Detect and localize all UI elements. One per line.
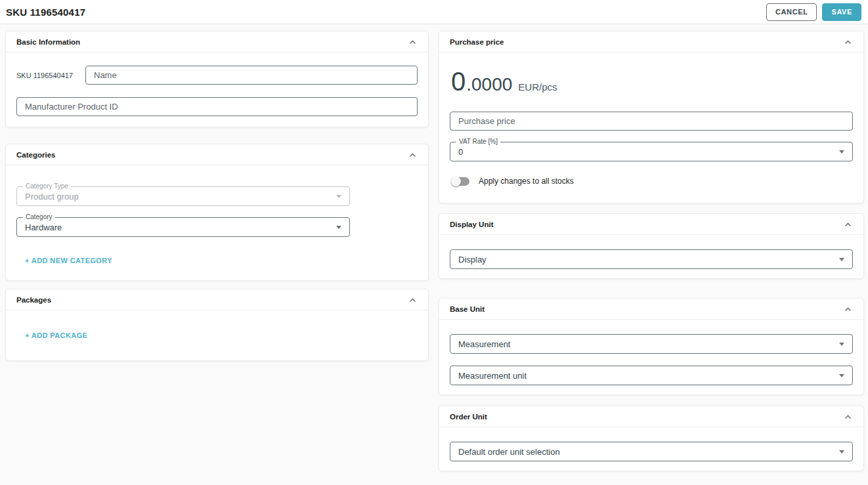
basic-information-header: Basic Information (6, 32, 428, 53)
chevron-up-icon (409, 37, 416, 47)
purchase-price-body: 0 .0000 EUR/pcs VAT Rate [%] 0 Apply ch (439, 53, 863, 203)
top-bar: SKU 1196540417 CANCEL SAVE (0, 0, 868, 24)
add-package-link-wrap: + ADD PACKAGE (25, 329, 418, 341)
chevron-up-icon (844, 304, 852, 314)
name-input[interactable] (85, 66, 418, 85)
display-unit-card: Display Unit Display (439, 213, 864, 279)
add-new-category-link[interactable]: + ADD NEW CATEGORY (25, 257, 112, 264)
default-order-unit-value: Default order unit selection (458, 447, 560, 457)
chevron-up-icon (844, 411, 852, 421)
price-integer: 0 (451, 68, 466, 95)
collapse-order-unit-button[interactable] (842, 409, 854, 424)
packages-title: Packages (16, 296, 51, 304)
chevron-up-icon (409, 150, 416, 159)
measurement-select-value: Measurement (458, 339, 510, 349)
base-unit-card: Base Unit Measurement Measurement unit (439, 298, 864, 395)
measurement-select[interactable]: Measurement (450, 334, 853, 354)
display-select-value: Display (458, 255, 487, 264)
categories-body: Category Type Product group Category Har… (6, 165, 428, 280)
collapse-categories-button[interactable] (406, 147, 419, 162)
basic-information-title: Basic Information (16, 38, 80, 46)
sku-label: SKU 1196540417 (16, 72, 77, 79)
collapse-base-unit-button[interactable] (842, 301, 854, 316)
chevron-down-icon (839, 374, 844, 377)
order-unit-header: Order Unit (439, 406, 863, 427)
purchase-price-input[interactable] (450, 112, 853, 131)
display-unit-body: Display (439, 235, 863, 278)
default-order-unit-select[interactable]: Default order unit selection (450, 442, 853, 461)
categories-title: Categories (16, 151, 55, 159)
basic-information-body: SKU 1196540417 (6, 53, 428, 127)
categories-card: Categories Category Type Product group C… (5, 144, 429, 281)
name-row: SKU 1196540417 (16, 66, 418, 85)
page-title: SKU 1196540417 (6, 7, 85, 18)
chevron-down-icon (839, 450, 844, 453)
collapse-basic-information-button[interactable] (406, 34, 419, 49)
category-type-value: Product group (25, 192, 79, 201)
chevron-down-icon (839, 258, 844, 261)
chevron-down-icon (336, 226, 341, 229)
price-decimals: .0000 (466, 75, 512, 94)
display-select[interactable]: Display (450, 249, 853, 269)
category-select[interactable]: Category Hardware (16, 217, 350, 237)
chevron-down-icon (839, 150, 844, 154)
add-category-link-wrap: + ADD NEW CATEGORY (25, 254, 418, 266)
collapse-purchase-price-button[interactable] (842, 34, 854, 49)
category-type-select: Category Type Product group (16, 186, 350, 206)
chevron-down-icon (839, 343, 844, 346)
chevron-up-icon (844, 37, 852, 47)
save-button[interactable]: SAVE (822, 3, 861, 21)
apply-changes-toggle[interactable] (452, 177, 469, 186)
right-column: Purchase price 0 .0000 EUR/pcs VAT Ra (439, 31, 864, 471)
chevron-up-icon (409, 295, 416, 305)
vat-rate-label: VAT Rate [%] (456, 138, 500, 146)
order-unit-body: Default order unit selection (439, 427, 863, 471)
price-display: 0 .0000 EUR/pcs (451, 68, 853, 95)
packages-body: + ADD PACKAGE (6, 310, 428, 360)
chevron-up-icon (844, 219, 852, 229)
packages-card: Packages + ADD PACKAGE (5, 289, 429, 361)
apply-changes-label: Apply changes to all stocks (479, 177, 574, 186)
basic-information-card: Basic Information SKU 1196540417 (5, 31, 429, 127)
toggle-thumb (451, 177, 461, 186)
collapse-packages-button[interactable] (406, 292, 419, 307)
manufacturer-product-id-input[interactable] (16, 97, 418, 116)
vat-rate-value: 0 (458, 147, 463, 157)
purchase-price-title: Purchase price (450, 38, 504, 46)
display-unit-title: Display Unit (450, 221, 493, 228)
base-unit-title: Base Unit (450, 305, 485, 313)
measurement-unit-select[interactable]: Measurement unit (450, 366, 853, 385)
purchase-price-card: Purchase price 0 .0000 EUR/pcs VAT Ra (439, 31, 864, 203)
apply-changes-row: Apply changes to all stocks (452, 177, 853, 186)
base-unit-body: Measurement Measurement unit (439, 320, 863, 394)
base-unit-header: Base Unit (439, 299, 863, 320)
category-type-label: Category Type (23, 182, 71, 190)
display-unit-header: Display Unit (439, 214, 863, 235)
top-bar-actions: CANCEL SAVE (766, 3, 861, 21)
purchase-price-header: Purchase price (439, 32, 863, 53)
vat-rate-select[interactable]: VAT Rate [%] 0 (450, 142, 853, 161)
category-label: Category (23, 213, 55, 221)
left-column: Basic Information SKU 1196540417 Categor… (5, 31, 429, 361)
order-unit-title: Order Unit (450, 413, 487, 421)
measurement-unit-select-value: Measurement unit (458, 371, 527, 381)
chevron-down-icon (336, 195, 341, 198)
cancel-button[interactable]: CANCEL (766, 3, 817, 21)
collapse-display-unit-button[interactable] (842, 217, 854, 232)
purchase-price-input-wrap (450, 112, 853, 131)
packages-header: Packages (6, 289, 428, 310)
order-unit-card: Order Unit Default order unit selection (439, 406, 864, 471)
content-area: Basic Information SKU 1196540417 Categor… (0, 24, 868, 471)
price-unit: EUR/pcs (518, 81, 557, 93)
categories-header: Categories (6, 144, 428, 165)
add-package-link[interactable]: + ADD PACKAGE (25, 331, 87, 339)
category-value: Hardware (25, 222, 62, 232)
